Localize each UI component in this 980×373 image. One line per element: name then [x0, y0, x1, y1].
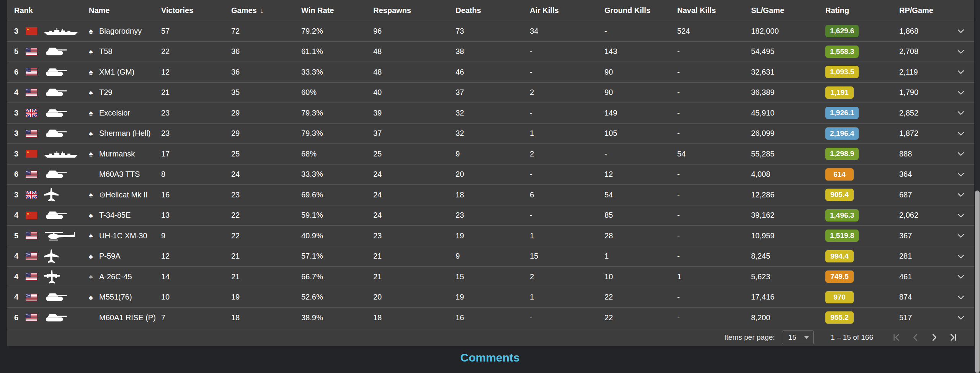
naval-kills-cell: - — [670, 68, 744, 77]
naval-kills-cell: - — [670, 47, 744, 56]
deaths-cell: 20 — [448, 170, 523, 179]
rp-per-game-value: 367 — [899, 231, 912, 240]
rp-per-game-value: 2,852 — [899, 109, 918, 117]
column-header-naval_kills[interactable]: Naval Kills — [670, 6, 744, 15]
expand-row-chevron-icon[interactable] — [956, 129, 965, 138]
naval-kills-cell: - — [670, 313, 744, 322]
victories-value: 23 — [161, 109, 170, 117]
expand-row-chevron-icon[interactable] — [956, 252, 965, 261]
ground-kills-cell: 54 — [597, 191, 670, 199]
expand-row-chevron-icon[interactable] — [956, 293, 965, 302]
air-kills-cell: 34 — [523, 27, 597, 36]
plane-icon — [43, 187, 59, 203]
expand-row-chevron-icon[interactable] — [956, 272, 965, 281]
column-header-sl_per_game[interactable]: SL/Game — [744, 6, 818, 15]
expand-row-chevron-icon[interactable] — [956, 88, 965, 97]
column-header-win_rate[interactable]: Win Rate — [294, 6, 366, 15]
victories-cell: 14 — [154, 272, 224, 281]
table-row[interactable]: 5♠UH-1C XM-3092240.9%2319128-10,9591,519… — [7, 226, 974, 246]
sl-per-game-cell: 45,910 — [744, 109, 818, 117]
table-row[interactable]: 6M60A1 RISE (P)71838.9%1816-22-8,200955.… — [7, 308, 974, 328]
games-value: 19 — [231, 293, 240, 301]
win-rate-value: 52.6% — [301, 293, 323, 301]
next-page-button[interactable] — [929, 332, 940, 343]
vehicle-name: Excelsior — [99, 109, 130, 117]
rank-number: 5 — [14, 47, 22, 56]
table-row[interactable]: 4♠A-26C-45142166.7%211521015,623749.5461 — [7, 267, 974, 287]
expand-row-chevron-icon[interactable] — [956, 149, 965, 158]
expand-row-chevron-icon[interactable] — [956, 313, 965, 322]
name-cell: ♠T29 — [82, 88, 154, 97]
previous-page-button[interactable] — [910, 332, 921, 343]
column-header-rating[interactable]: Rating — [818, 6, 892, 15]
win-rate-value: 68% — [301, 150, 317, 158]
rp-per-game-value: 281 — [899, 252, 912, 261]
ground-kills-value: 105 — [604, 129, 617, 138]
column-header-games[interactable]: Games↓ — [224, 6, 294, 15]
table-row[interactable]: 4♠M551(76)101952.6%2019122-17,416970874 — [7, 287, 974, 308]
respawns-cell: 48 — [366, 68, 448, 77]
table-row[interactable]: 4♠P-59A122157.1%219151-8,245994.4281 — [7, 246, 974, 267]
rp-per-game-cell: 517 — [892, 313, 941, 322]
respawns-value: 48 — [373, 47, 382, 56]
victories-value: 14 — [161, 272, 170, 281]
column-header-air_kills[interactable]: Air Kills — [523, 6, 597, 15]
expand-row-chevron-icon[interactable] — [956, 231, 965, 240]
rating-cell: 1,629.6 — [818, 25, 892, 37]
table-row[interactable]: 5♠T58223661.1%4838-143-54,4951,558.32,70… — [7, 42, 974, 62]
games-value: 21 — [231, 272, 240, 281]
column-header-name[interactable]: Name — [82, 6, 154, 15]
sl-per-game-cell: 17,416 — [744, 293, 818, 301]
deaths-value: 38 — [456, 47, 464, 56]
table-row[interactable]: 6M60A3 TTS82433.3%2420-12-4,008614364 — [7, 165, 974, 185]
naval-kills-cell: - — [670, 191, 744, 199]
expand-row-chevron-icon[interactable] — [956, 26, 965, 36]
rank-cell: 4 — [7, 210, 82, 220]
column-header-rp_per_game[interactable]: RP/Game — [892, 6, 941, 15]
deaths-cell: 18 — [448, 191, 523, 199]
uk-flag-icon — [26, 191, 37, 199]
expand-row-chevron-icon[interactable] — [956, 108, 965, 117]
column-header-respawns[interactable]: Respawns — [366, 6, 448, 15]
rp-per-game-cell: 888 — [892, 150, 941, 158]
vehicle-name: T29 — [99, 88, 112, 97]
table-row[interactable]: 4♠T-34-85E132259.1%2423-85-39,1621,496.3… — [7, 205, 974, 226]
table-row[interactable]: 4♠T29213560%4037290-36,3891,1911,790 — [7, 83, 974, 103]
table-row[interactable]: 6♠XM1 (GM)123633.3%4846-90-32,6311,093.5… — [7, 62, 974, 83]
last-page-button[interactable] — [948, 332, 959, 343]
table-row[interactable]: 3♠Sherman (Hell)232979.3%37321105-26,099… — [7, 124, 974, 144]
sl-per-game-cell: 55,285 — [744, 150, 818, 158]
table-row[interactable]: 3♠Murmansk172568%2592-5455,2851,298.9888 — [7, 144, 974, 165]
deaths-value: 20 — [456, 170, 464, 179]
naval-kills-value: - — [677, 68, 680, 77]
rating-cell: 1,298.9 — [818, 148, 892, 160]
rating-cell: 994.4 — [818, 250, 892, 262]
ground-kills-cell: 90 — [597, 88, 670, 97]
naval-kills-cell: 1 — [670, 272, 744, 281]
expand-row-chevron-icon[interactable] — [956, 67, 965, 77]
items-per-page-select[interactable]: 15 — [782, 331, 814, 344]
scrollbar-track[interactable] — [975, 0, 980, 373]
expand-row-chevron-icon[interactable] — [956, 47, 965, 56]
deaths-cell: 38 — [448, 47, 523, 56]
victories-value: 22 — [161, 47, 170, 56]
rating-badge: 905.4 — [825, 189, 854, 201]
scrollbar-thumb[interactable] — [975, 191, 980, 373]
column-header-rank[interactable]: Rank — [7, 6, 82, 15]
expand-row-chevron-icon[interactable] — [956, 190, 965, 199]
column-header-victories[interactable]: Victories — [154, 6, 224, 15]
air-kills-value: 2 — [530, 272, 534, 281]
table-row[interactable]: 3♠Blagorodnyy577279.2%967334-524182,0001… — [7, 21, 974, 42]
expand-row-chevron-icon[interactable] — [956, 170, 965, 179]
column-header-deaths[interactable]: Deaths — [448, 6, 523, 15]
expand-row-chevron-icon[interactable] — [956, 211, 965, 220]
table-row[interactable]: 3♠Excelsior232979.3%3932-149-45,9101,926… — [7, 103, 974, 124]
ground-kills-cell: - — [597, 27, 670, 36]
name-cell: ♠M551(76) — [82, 293, 154, 301]
first-page-button[interactable] — [891, 332, 902, 343]
rp-per-game-cell: 2,852 — [892, 109, 941, 117]
column-header-ground_kills[interactable]: Ground Kills — [597, 6, 670, 15]
naval-kills-value: - — [677, 231, 680, 240]
table-row[interactable]: 3♠⊙Hellcat Mk II162369.6%2418654-12,2869… — [7, 185, 974, 205]
win-rate-cell: 61.1% — [294, 47, 366, 56]
